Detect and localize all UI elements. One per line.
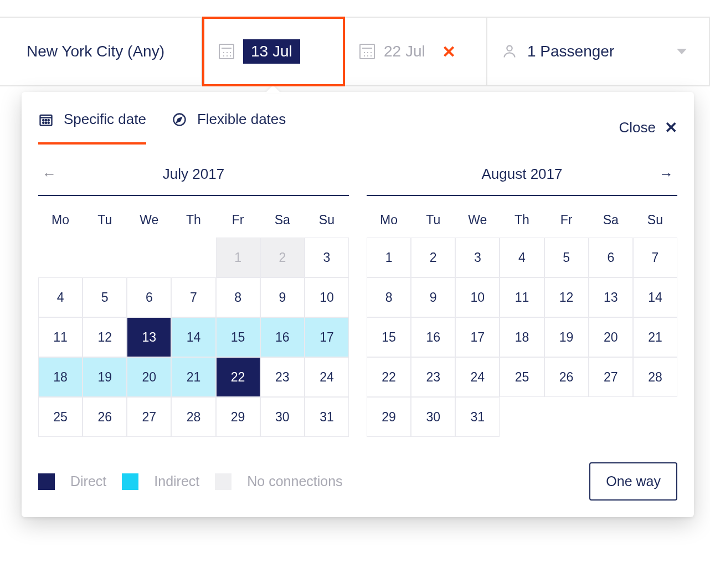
- calendar-day[interactable]: 19: [544, 317, 589, 357]
- calendar-day[interactable]: 27: [589, 357, 633, 397]
- calendar-day[interactable]: 4: [38, 277, 83, 317]
- month-title: August 2017: [481, 166, 562, 183]
- calendar-day[interactable]: 19: [83, 357, 127, 397]
- calendar-day[interactable]: 20: [589, 317, 633, 357]
- calendar-day[interactable]: 10: [305, 277, 349, 317]
- close-button[interactable]: Close ✕: [619, 118, 677, 137]
- calendar-day[interactable]: 21: [633, 317, 677, 357]
- calendar-day[interactable]: 13: [127, 317, 171, 357]
- svg-point-5: [48, 120, 49, 121]
- month-panel: August 2017 → MoTuWeThFrSaSu 12345678910…: [367, 158, 677, 437]
- from-field[interactable]: New York City (Any): [0, 18, 202, 85]
- calendar-day[interactable]: 17: [455, 317, 500, 357]
- calendar-day[interactable]: 3: [305, 238, 349, 277]
- calendar-day[interactable]: 28: [633, 357, 677, 397]
- calendar-day[interactable]: 30: [411, 397, 455, 437]
- calendar-day[interactable]: 14: [171, 317, 215, 357]
- calendar-day[interactable]: 22: [216, 357, 260, 397]
- calendar-day[interactable]: 31: [305, 397, 349, 437]
- person-icon: [502, 44, 517, 59]
- calendar-day[interactable]: 21: [171, 357, 215, 397]
- calendar-day[interactable]: 31: [455, 397, 500, 437]
- calendar-day[interactable]: 26: [83, 397, 127, 437]
- calendar-day[interactable]: 23: [411, 357, 455, 397]
- clear-return-icon[interactable]: ✕: [442, 42, 456, 61]
- dow-label: Fr: [544, 208, 589, 238]
- calendar-cell-empty: [83, 238, 127, 277]
- calendar-day[interactable]: 8: [216, 277, 260, 317]
- calendar-day[interactable]: 5: [83, 277, 127, 317]
- calendar-day[interactable]: 18: [38, 357, 83, 397]
- dow-label: Mo: [367, 208, 411, 238]
- calendar-day[interactable]: 16: [411, 317, 455, 357]
- calendar-day[interactable]: 8: [367, 277, 411, 317]
- calendar-day[interactable]: 24: [455, 357, 500, 397]
- search-bar: New York City (Any) 13 Jul 22 Jul ✕ 1 Pa…: [0, 17, 710, 86]
- calendar-day[interactable]: 15: [367, 317, 411, 357]
- calendar-day[interactable]: 30: [260, 397, 305, 437]
- calendar-icon: [38, 112, 54, 127]
- calendar-day[interactable]: 4: [500, 238, 544, 277]
- calendar-day[interactable]: 17: [305, 317, 349, 357]
- calendar-day[interactable]: 11: [38, 317, 83, 357]
- calendar-day[interactable]: 13: [589, 277, 633, 317]
- svg-point-3: [43, 120, 44, 121]
- calendar-day[interactable]: 12: [83, 317, 127, 357]
- calendar-day[interactable]: 27: [127, 397, 171, 437]
- one-way-button[interactable]: One way: [589, 462, 677, 501]
- calendar-day[interactable]: 14: [633, 277, 677, 317]
- dow-label: Tu: [83, 208, 127, 238]
- calendar-day[interactable]: 29: [367, 397, 411, 437]
- calendar-day[interactable]: 7: [171, 277, 215, 317]
- calendar-day[interactable]: 7: [633, 238, 677, 277]
- calendar-day[interactable]: 6: [127, 277, 171, 317]
- passengers-field[interactable]: 1 Passenger: [487, 18, 710, 85]
- calendar-day[interactable]: 25: [38, 397, 83, 437]
- calendar-day[interactable]: 24: [305, 357, 349, 397]
- calendar-day[interactable]: 26: [544, 357, 589, 397]
- calendar-day[interactable]: 9: [411, 277, 455, 317]
- dow-label: Mo: [38, 208, 83, 238]
- calendar-day[interactable]: 23: [260, 357, 305, 397]
- svg-point-8: [48, 122, 49, 123]
- calendar-day[interactable]: 11: [500, 277, 544, 317]
- svg-point-4: [45, 120, 47, 121]
- depart-date-field[interactable]: 13 Jul: [202, 17, 345, 86]
- dow-label: Fr: [216, 208, 260, 238]
- calendar-day[interactable]: 9: [260, 277, 305, 317]
- calendar-day[interactable]: 3: [455, 238, 500, 277]
- calendar-day[interactable]: 10: [455, 277, 500, 317]
- next-month-button[interactable]: →: [658, 166, 674, 183]
- calendar-day[interactable]: 12: [544, 277, 589, 317]
- legend-swatch-direct: [38, 473, 55, 490]
- close-label: Close: [619, 119, 656, 136]
- return-date-field[interactable]: 22 Jul ✕: [345, 18, 487, 85]
- calendar-day[interactable]: 5: [544, 238, 589, 277]
- dow-row: MoTuWeThFrSaSu: [367, 208, 677, 238]
- prev-month-button[interactable]: ←: [42, 166, 57, 183]
- calendar-day[interactable]: 6: [589, 238, 633, 277]
- from-value: New York City (Any): [27, 43, 164, 60]
- calendar-day[interactable]: 15: [216, 317, 260, 357]
- calendar-day[interactable]: 25: [500, 357, 544, 397]
- svg-point-6: [43, 122, 44, 123]
- tab-label: Specific date: [64, 111, 146, 128]
- calendar-cell-empty: [171, 238, 215, 277]
- calendar-day[interactable]: 16: [260, 317, 305, 357]
- calendar-day[interactable]: 28: [171, 397, 215, 437]
- calendar-day[interactable]: 1: [367, 238, 411, 277]
- calendar-cell-empty: [127, 238, 171, 277]
- tab-flexible-dates[interactable]: Flexible dates: [172, 111, 286, 145]
- calendar-day[interactable]: 18: [500, 317, 544, 357]
- dow-label: Su: [305, 208, 349, 238]
- legend-swatch-indirect: [122, 473, 138, 490]
- legend-swatch-none: [215, 473, 231, 490]
- calendar-grid: 1234567891011121314151617181920212223242…: [38, 238, 349, 437]
- date-picker-popover: Specific date Flexible dates Close ✕ ← J…: [22, 92, 694, 517]
- calendar-day[interactable]: 2: [411, 238, 455, 277]
- calendar-day[interactable]: 22: [367, 357, 411, 397]
- calendar-day[interactable]: 20: [127, 357, 171, 397]
- calendar-day[interactable]: 29: [216, 397, 260, 437]
- tab-specific-date[interactable]: Specific date: [38, 111, 146, 145]
- passengers-value: 1 Passenger: [527, 43, 614, 60]
